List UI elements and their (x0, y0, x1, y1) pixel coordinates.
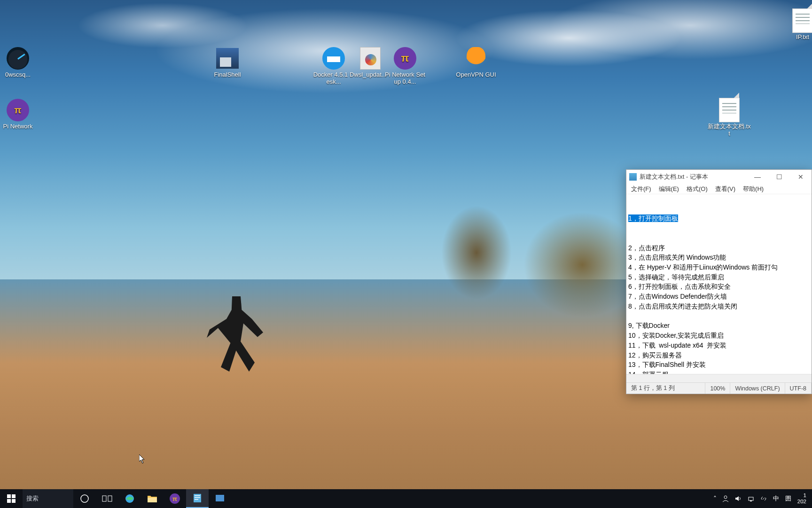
svg-point-4 (81, 495, 88, 502)
pi-icon: π (7, 99, 29, 121)
svg-rect-15 (749, 497, 753, 500)
mouse-cursor (139, 454, 146, 464)
text-line: 7，点击Windows Defender防火墙 (628, 292, 810, 302)
maximize-button[interactable]: ☐ (768, 170, 790, 184)
text-file-icon (719, 98, 740, 122)
gauge-icon (7, 47, 29, 70)
notepad-window[interactable]: 新建文本文档.txt - 记事本 — ☐ ✕ 文件(F) 编辑(E) 格式(O)… (626, 169, 812, 394)
taskbar-cortana[interactable] (73, 489, 96, 508)
tray-date: 202 (797, 499, 806, 505)
tray-volume-icon[interactable] (732, 489, 744, 508)
svg-rect-1 (12, 494, 16, 498)
desktop-icon-ip-txt[interactable]: IP.txt (780, 9, 812, 41)
text-line: 4，在 Hyper-V 和适用于Liinux的Windows 前面打勾 (628, 262, 810, 272)
notepad-titlebar[interactable]: 新建文本文档.txt - 记事本 — ☐ ✕ (626, 170, 812, 184)
menu-format[interactable]: 格式(O) (684, 184, 710, 194)
tray-ime-lang1[interactable]: 中 (770, 489, 782, 508)
text-line: 5，选择确定，等待完成然后重启 (628, 272, 810, 282)
svg-rect-6 (108, 496, 112, 501)
text-line: 10，安装Docker,安装完成后重启 (628, 331, 810, 341)
desktop-icon-pi-setup[interactable]: π Pi Network Setup 0.4... (383, 47, 428, 86)
text-line: 9, 下载Docker (628, 321, 810, 331)
text-line: 12，购买云服务器 (628, 350, 810, 360)
tray-time: 1 (797, 492, 806, 499)
tray-network-icon[interactable] (745, 489, 757, 508)
desktop-icon-label: FinalShell (205, 71, 250, 79)
windows-icon (7, 494, 16, 503)
svg-rect-12 (195, 499, 198, 500)
desktop-icon-new-txt[interactable]: 新建文本文档.txt (707, 99, 752, 137)
taskbar-edge[interactable] (118, 489, 141, 508)
search-placeholder: 搜索 (26, 494, 39, 503)
edge-icon (124, 493, 135, 504)
status-position: 第 1 行，第 1 列 (626, 383, 705, 394)
folder-icon (147, 493, 158, 504)
circle-icon (79, 493, 90, 504)
start-button[interactable] (0, 489, 23, 508)
tray-people-icon[interactable] (719, 489, 732, 508)
menu-view[interactable]: 查看(V) (712, 184, 738, 194)
svg-point-14 (724, 496, 727, 499)
close-button[interactable]: ✕ (790, 170, 812, 184)
text-file-icon (792, 8, 812, 33)
docker-icon (322, 47, 345, 70)
taskview-icon (102, 493, 113, 504)
text-line: 6，打开控制面板，点击系统和安全 (628, 282, 810, 292)
notepad-icon (629, 173, 637, 181)
svg-rect-9 (194, 494, 201, 502)
selected-text: 1，打开控制面板 (628, 214, 678, 222)
tray-clock[interactable]: 1 202 (795, 492, 809, 505)
status-zoom: 100% (705, 383, 730, 394)
status-eol: Windows (CRLF) (730, 383, 785, 394)
text-line: 13，下载FinalShell 并安装 (628, 360, 810, 370)
desktop-icon-label: IP.txt (780, 34, 812, 41)
status-encoding: UTF-8 (785, 383, 812, 394)
taskbar-spacer (231, 489, 708, 508)
tray-ime-lang2[interactable]: 囲 (782, 489, 794, 508)
text-line: 14，部署云服 (628, 370, 810, 374)
desktop-icon-label: Pi Network (0, 123, 40, 130)
taskbar-pi[interactable]: π (164, 489, 186, 508)
notepad-title-text: 新建文本文档.txt - 记事本 (640, 173, 747, 181)
desktop-icon-openvpn[interactable]: OpenVPN GUI (453, 47, 499, 79)
svg-rect-2 (7, 499, 11, 503)
taskbar-search[interactable]: 搜索 (23, 489, 73, 508)
system-tray: ˄ 中 囲 1 202 (708, 489, 812, 508)
text-line: 8，点击启用或关闭进去把防火墙关闭 (628, 302, 810, 311)
minimize-button[interactable]: — (747, 170, 768, 184)
horizontal-scrollbar[interactable] (626, 374, 812, 382)
notepad-icon (192, 492, 203, 504)
taskbar: 搜索 π ˄ 中 囲 1 202 (0, 489, 812, 508)
pi-icon: π (170, 493, 180, 504)
notepad-textarea[interactable]: 1，打开控制面板 2，点击程序3，点击启用或关闭 Windows功能4，在 Hy… (626, 194, 812, 374)
text-line (628, 311, 810, 321)
svg-rect-10 (195, 495, 200, 496)
tray-link-icon[interactable] (757, 489, 770, 508)
menu-help[interactable]: 帮助(H) (740, 184, 766, 194)
desktop-icon-finalshell[interactable]: FinalShell (205, 47, 250, 79)
svg-rect-11 (195, 497, 200, 498)
notepad-menubar: 文件(F) 编辑(E) 格式(O) 查看(V) 帮助(H) (626, 184, 812, 194)
desktop-icon-label: 新建文本文档.txt (707, 123, 752, 137)
pi-icon: π (394, 47, 416, 70)
tray-chevron[interactable]: ˄ (711, 489, 719, 508)
svg-rect-5 (102, 496, 106, 501)
notepad-statusbar: 第 1 行，第 1 列 100% Windows (CRLF) UTF-8 (626, 382, 812, 394)
svg-rect-16 (750, 500, 752, 501)
terminal-icon (216, 48, 239, 69)
desktop-icon-label: 0wscsq... (0, 71, 40, 79)
taskbar-taskview[interactable] (96, 489, 118, 508)
taskbar-app[interactable] (209, 489, 231, 508)
taskbar-notepad[interactable] (186, 489, 209, 508)
desktop-icon-speedtest[interactable]: 0wscsq... (0, 47, 40, 79)
installer-icon (360, 47, 381, 70)
text-line: 3，点击启用或关闭 Windows功能 (628, 253, 810, 262)
openvpn-icon (467, 47, 485, 70)
svg-rect-8 (148, 498, 157, 502)
menu-edit[interactable]: 编辑(E) (656, 184, 682, 194)
desktop-icon-pi-network[interactable]: π Pi Network (0, 99, 40, 130)
app-icon (214, 493, 226, 504)
menu-file[interactable]: 文件(F) (628, 184, 654, 194)
svg-rect-0 (7, 494, 11, 498)
taskbar-explorer[interactable] (141, 489, 164, 508)
